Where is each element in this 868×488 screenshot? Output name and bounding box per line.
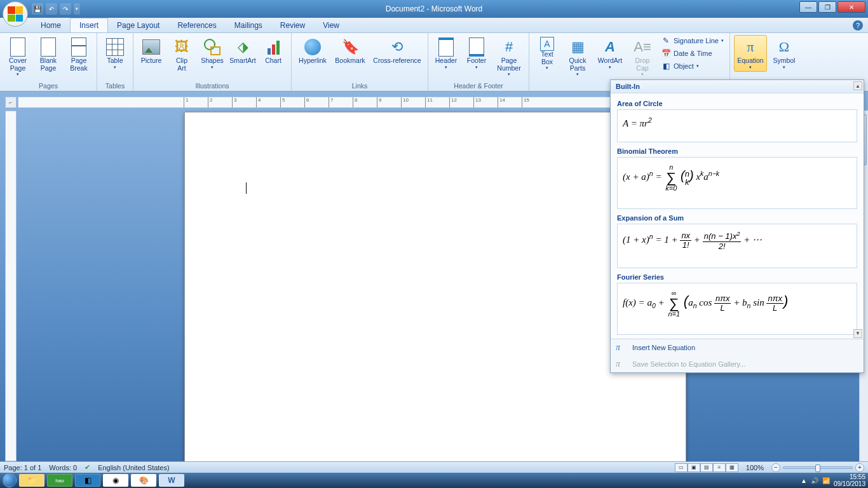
text-box-button[interactable]: AText Box▾ <box>533 35 561 72</box>
help-icon[interactable]: ? <box>853 20 863 30</box>
status-page[interactable]: Page: 1 of 1 <box>4 464 41 471</box>
text-cursor <box>246 182 247 194</box>
tray-show-hidden-icon[interactable]: ▲ <box>801 477 807 484</box>
picture-button[interactable]: Picture <box>137 35 165 67</box>
zoom-slider[interactable] <box>783 466 853 469</box>
page-number-button[interactable]: #Page Number▾ <box>493 35 525 79</box>
title-bar: 💾 ↶ ↷ ▾ Document2 - Microsoft Word ― ❐ ✕ <box>0 0 868 18</box>
status-words[interactable]: Words: 0 <box>49 464 77 471</box>
date-time-button[interactable]: 📅Date & Time <box>659 48 726 59</box>
equation-item-area-of-circle[interactable]: A = πr2 <box>617 109 857 142</box>
ruler-corner[interactable]: ⌐ <box>5 97 17 108</box>
undo-icon[interactable]: ↶ <box>46 3 57 15</box>
tab-view[interactable]: View <box>314 18 348 32</box>
chart-button[interactable]: Chart <box>259 35 287 67</box>
save-icon[interactable]: 💾 <box>32 3 43 15</box>
status-bar: Page: 1 of 1 Words: 0 ✔ English (United … <box>0 461 868 473</box>
tab-page-layout[interactable]: Page Layout <box>108 18 168 32</box>
tab-review[interactable]: Review <box>271 18 314 32</box>
start-button[interactable] <box>3 473 17 487</box>
qat-dropdown-icon[interactable]: ▾ <box>74 3 80 15</box>
group-links: Hyperlink 🔖Bookmark ⟲Cross-reference Lin… <box>292 33 428 91</box>
clip-art-button[interactable]: 🖼Clip Art <box>168 35 196 74</box>
maximize-button[interactable]: ❐ <box>818 1 836 13</box>
gallery-scroll-up-icon[interactable]: ▲ <box>853 81 862 90</box>
equation-gallery-header: Built-In <box>611 80 864 93</box>
zoom-in-button[interactable]: + <box>855 463 864 472</box>
tab-home[interactable]: Home <box>32 18 70 32</box>
taskbar-hao123-icon[interactable]: hao <box>47 474 72 487</box>
shapes-button[interactable]: Shapes▾ <box>198 35 226 72</box>
print-layout-view-icon[interactable]: ▭ <box>675 463 688 472</box>
zoom-level[interactable]: 100% <box>746 464 764 471</box>
footer-button[interactable]: Footer▾ <box>463 35 491 72</box>
hyperlink-button[interactable]: Hyperlink <box>295 35 330 67</box>
zoom-out-button[interactable]: − <box>771 463 780 472</box>
insert-new-equation-button[interactable]: πInsert New Equation <box>611 339 864 356</box>
page-break-button[interactable]: Page Break <box>65 35 93 74</box>
proofing-icon[interactable]: ✔ <box>85 463 90 471</box>
object-button[interactable]: ◧Object▾ <box>659 60 726 72</box>
close-button[interactable]: ✕ <box>837 1 865 13</box>
group-pages: Cover Page▾ Blank Page Page Break Pages <box>0 33 97 91</box>
quick-parts-button[interactable]: ▦Quick Parts▾ <box>564 35 592 79</box>
taskbar-word-icon[interactable]: W <box>159 474 184 487</box>
tab-mailings[interactable]: Mailings <box>226 18 271 32</box>
group-illustrations: Picture 🖼Clip Art Shapes▾ ⬗SmartArt Char… <box>133 33 292 91</box>
tray-volume-icon[interactable]: 🔊 <box>811 477 818 484</box>
group-tables: Table▾ Tables <box>97 33 133 91</box>
vertical-ruler[interactable] <box>5 111 17 461</box>
equation-title-fourier: Fourier Series <box>617 273 857 281</box>
tray-clock[interactable]: 15:55 09/10/2013 <box>834 473 865 487</box>
redo-icon[interactable]: ↷ <box>60 3 71 15</box>
taskbar-explorer-icon[interactable]: 📁 <box>19 474 44 487</box>
equation-item-expansion[interactable]: (1 + x)n = 1 + nx1! + n(n − 1)x22! + ⋯ <box>617 224 857 268</box>
signature-line-button[interactable]: ✎Signature Line▾ <box>659 35 726 46</box>
equation-button[interactable]: πEquation▾ <box>734 35 767 72</box>
outline-view-icon[interactable]: ≡ <box>713 463 726 472</box>
header-button[interactable]: Header▾ <box>432 35 460 72</box>
group-header-footer: Header▾ Footer▾ #Page Number▾ Header & F… <box>428 33 529 91</box>
tab-references[interactable]: References <box>168 18 225 32</box>
equation-title-area-of-circle: Area of Circle <box>617 100 857 107</box>
cover-page-button[interactable]: Cover Page▾ <box>4 35 32 79</box>
quick-access-toolbar: 💾 ↶ ↷ ▾ <box>32 3 80 15</box>
window-title: Document2 - Microsoft Word <box>386 4 483 13</box>
view-buttons: ▭ ▣ ▤ ≡ ▦ <box>675 463 738 472</box>
office-button[interactable] <box>3 1 28 27</box>
gallery-scroll-down-icon[interactable]: ▼ <box>853 329 862 338</box>
equation-item-fourier[interactable]: f(x) = a0 + ∞∑n=1 (an cos nπxL + bn sin … <box>617 283 857 335</box>
blank-page-button[interactable]: Blank Page <box>34 35 62 74</box>
equation-item-binomial[interactable]: (x + a)n = n∑k=0 (nk) xkan−k <box>617 157 857 209</box>
taskbar-paint-icon[interactable]: 🎨 <box>131 474 156 487</box>
smartart-button[interactable]: ⬗SmartArt <box>229 35 257 67</box>
symbol-button[interactable]: ΩSymbol▾ <box>770 35 799 72</box>
draft-view-icon[interactable]: ▦ <box>726 463 738 472</box>
status-language[interactable]: English (United States) <box>98 464 170 471</box>
windows-taskbar: 📁 hao ◧ ◉ 🎨 W ▲ 🔊 📶 15:55 09/10/2013 <box>0 473 868 488</box>
cross-reference-button[interactable]: ⟲Cross-reference <box>370 35 424 67</box>
save-to-gallery-button: πSave Selection to Equation Gallery... <box>611 356 864 372</box>
taskbar-app-icon[interactable]: ◧ <box>75 474 100 487</box>
equation-title-expansion: Expansion of a Sum <box>617 214 857 222</box>
web-layout-view-icon[interactable]: ▤ <box>700 463 713 472</box>
wordart-button[interactable]: AWordArt▾ <box>594 35 626 72</box>
equation-title-binomial: Binomial Theorem <box>617 147 857 155</box>
equation-gallery-dropdown: ▲ Built-In Area of Circle A = πr2 Binomi… <box>610 79 864 373</box>
ribbon-tabs: Home Insert Page Layout References Maili… <box>0 18 868 33</box>
full-screen-view-icon[interactable]: ▣ <box>688 463 700 472</box>
drop-cap-button[interactable]: A≡Drop Cap▾ <box>628 35 656 79</box>
taskbar-chrome-icon[interactable]: ◉ <box>103 474 128 487</box>
minimize-button[interactable]: ― <box>799 1 817 13</box>
tab-insert[interactable]: Insert <box>70 18 108 32</box>
bookmark-button[interactable]: 🔖Bookmark <box>332 35 368 67</box>
tray-network-icon[interactable]: 📶 <box>822 477 830 484</box>
table-button[interactable]: Table▾ <box>101 35 129 72</box>
